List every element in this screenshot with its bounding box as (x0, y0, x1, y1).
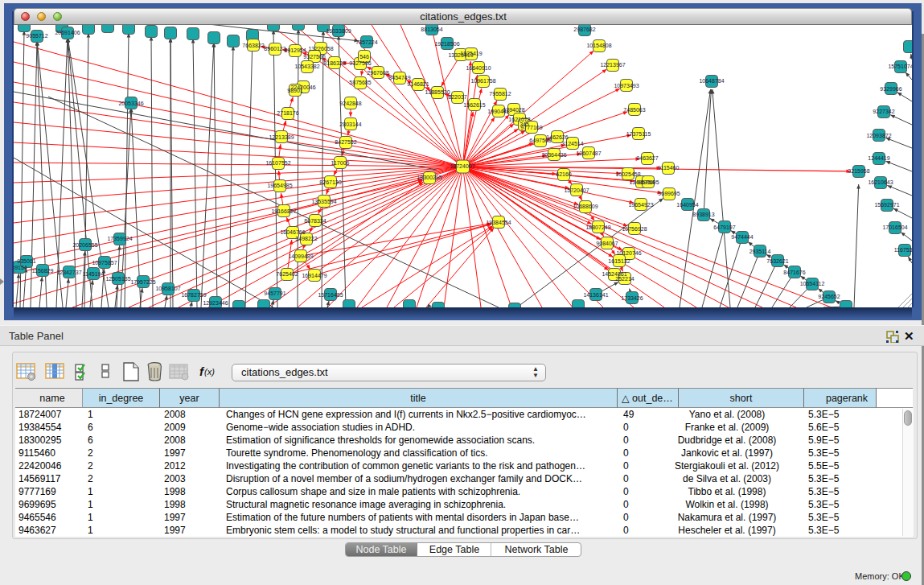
svg-text:2803144: 2803144 (339, 122, 361, 127)
svg-text:8267130: 8267130 (319, 179, 341, 185)
svg-text:6794028: 6794028 (503, 107, 524, 113)
svg-text:19654923: 19654923 (628, 202, 653, 208)
svg-text:18724007: 18724007 (450, 163, 474, 169)
svg-text:7857224: 7857224 (355, 39, 377, 45)
svg-text:62160: 62160 (556, 171, 572, 177)
svg-text:5875685: 5875685 (349, 80, 371, 85)
svg-text:16782759: 16782759 (181, 292, 206, 298)
svg-text:16640910: 16640910 (466, 65, 491, 71)
svg-text:12923446: 12923446 (203, 300, 228, 306)
svg-text:9227342: 9227342 (873, 109, 894, 114)
svg-text:9146821: 9146821 (407, 81, 429, 87)
svg-text:10607487: 10607487 (576, 150, 601, 156)
svg-text:9084067: 9084067 (596, 241, 618, 246)
svg-text:14136141: 14136141 (583, 292, 608, 298)
svg-text:12505135: 12505135 (105, 276, 130, 282)
svg-text:546: 546 (359, 54, 369, 60)
svg-text:1640954: 1640954 (676, 202, 698, 208)
svg-text:10025458: 10025458 (615, 171, 640, 177)
svg-text:8912954: 8912954 (284, 47, 306, 53)
svg-text:9115460: 9115460 (658, 165, 680, 171)
svg-text:20691406: 20691406 (55, 30, 80, 35)
svg-text:17016504: 17016504 (882, 225, 907, 230)
svg-text:12213389: 12213389 (269, 134, 294, 140)
svg-text:117006: 117006 (331, 160, 350, 166)
svg-text:39154: 39154 (14, 265, 27, 270)
svg-text:9245652: 9245652 (818, 294, 840, 299)
svg-text:15716485: 15716485 (318, 292, 343, 298)
svg-text:10688609: 10688609 (573, 204, 598, 209)
svg-text:10654112: 10654112 (800, 281, 825, 286)
svg-text:14099489: 14099489 (288, 253, 313, 259)
svg-text:10154808: 10154808 (586, 43, 611, 48)
svg-text:3498222: 3498222 (295, 236, 317, 241)
svg-text:18300295: 18300295 (417, 175, 441, 180)
svg-text:9699695: 9699695 (658, 191, 680, 196)
svg-text:1462626: 1462626 (546, 134, 568, 140)
svg-text:1825419: 1825419 (460, 51, 482, 56)
svg-text:7625402: 7625402 (276, 271, 298, 277)
svg-text:19384554: 19384554 (486, 220, 511, 225)
svg-text:9474444: 9474444 (731, 234, 753, 240)
svg-text:8938913: 8938913 (692, 212, 714, 217)
svg-text:2987682: 2987682 (573, 27, 595, 32)
svg-text:13535594: 13535594 (311, 199, 336, 204)
svg-text:1562615: 1562615 (463, 102, 485, 108)
svg-text:9055712: 9055712 (26, 33, 47, 39)
svg-text:3124514: 3124514 (561, 141, 583, 146)
svg-text:7485063: 7485063 (623, 107, 645, 113)
svg-text:1615132: 1615132 (608, 258, 630, 264)
svg-text:9457791: 9457791 (264, 290, 285, 296)
svg-text:9329966: 9329966 (880, 86, 901, 92)
svg-text:19654985: 19654985 (267, 183, 292, 188)
svg-text:18807249: 18807249 (585, 225, 610, 230)
svg-text:20206555: 20206555 (72, 242, 97, 248)
svg-text:935061: 935061 (17, 258, 35, 264)
svg-text:3215958: 3215958 (848, 168, 869, 174)
svg-text:17957225: 17957225 (130, 279, 155, 285)
svg-text:9777169: 9777169 (520, 125, 542, 130)
svg-text:8471676: 8471676 (783, 270, 805, 275)
svg-text:20364436: 20364436 (541, 152, 566, 158)
svg-text:8678334: 8678334 (304, 218, 326, 224)
svg-text:15751074: 15751074 (888, 64, 912, 69)
svg-text:19218506: 19218506 (434, 41, 459, 47)
svg-text:17375115: 17375115 (626, 131, 651, 137)
svg-text:16033809: 16033809 (326, 28, 351, 34)
svg-text:16046766: 16046766 (280, 229, 305, 235)
svg-text:10543382: 10543382 (294, 64, 319, 69)
svg-text:7632621: 7632621 (766, 258, 788, 264)
svg-text:7955812: 7955812 (489, 91, 511, 97)
svg-text:10975857: 10975857 (92, 260, 117, 266)
svg-text:2967608: 2967608 (367, 70, 388, 76)
svg-text:16107552: 16107552 (265, 160, 290, 166)
svg-text:9699695: 9699695 (637, 179, 659, 185)
svg-text:8454749: 8454749 (388, 75, 410, 80)
svg-text:1156829: 1156829 (32, 268, 54, 274)
svg-text:822037: 822037 (448, 94, 466, 100)
svg-text:1244419: 1244419 (868, 155, 889, 161)
svg-text:9463627: 9463627 (636, 155, 658, 161)
svg-text:20053346: 20053346 (118, 101, 143, 106)
svg-text:12213967: 12213967 (600, 62, 625, 68)
svg-text:8960123: 8960123 (264, 46, 285, 51)
svg-text:8427552: 8427552 (335, 139, 356, 145)
svg-text:19166827: 19166827 (271, 208, 296, 214)
svg-text:10958107: 10958107 (155, 286, 180, 291)
svg-text:98901: 98901 (287, 88, 303, 93)
svg-text:10120746: 10120746 (616, 250, 641, 256)
svg-text:12342737: 12342737 (56, 270, 81, 275)
svg-text:10756928: 10756928 (622, 226, 647, 232)
svg-text:1733426: 1733426 (621, 295, 643, 301)
svg-text:6479197: 6479197 (713, 225, 735, 230)
svg-text:8186328: 8186328 (323, 60, 345, 66)
svg-text:16210643: 16210643 (868, 179, 893, 185)
svg-text:15720407: 15720407 (564, 187, 589, 193)
svg-text:252214: 252214 (615, 276, 634, 282)
svg-text:9242848: 9242848 (339, 101, 361, 106)
svg-text:10648784: 10648784 (699, 78, 724, 84)
svg-text:16914479: 16914479 (302, 273, 326, 278)
svg-text:1145194: 1145194 (83, 271, 105, 277)
svg-text:7663822: 7663822 (242, 43, 264, 48)
svg-text:8813054: 8813054 (421, 27, 442, 32)
